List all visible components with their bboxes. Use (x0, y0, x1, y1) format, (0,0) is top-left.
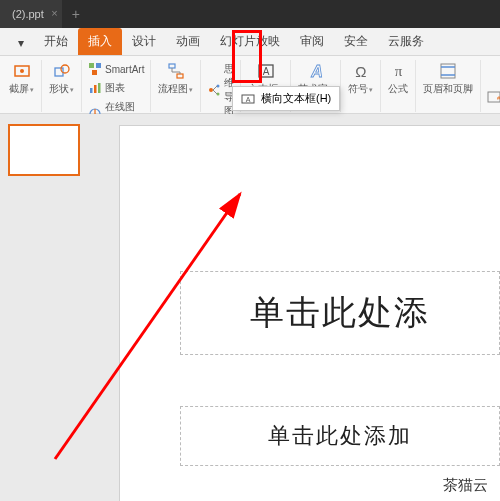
slide-thumbnail-1[interactable] (8, 124, 80, 176)
titlebar: (2).ppt × + (0, 0, 500, 28)
mindmap-icon (207, 83, 221, 97)
wordart-icon: A (307, 62, 325, 80)
document-tab[interactable]: (2).ppt × (0, 0, 62, 28)
svg-point-13 (209, 88, 213, 92)
omega-icon: Ω (352, 62, 370, 80)
slide-thumbnails (0, 114, 90, 501)
tab-home[interactable]: 开始 (34, 28, 78, 55)
svg-rect-7 (90, 88, 93, 93)
flowchart-button[interactable]: 流程图 (153, 60, 198, 98)
tab-animation[interactable]: 动画 (166, 28, 210, 55)
headerfooter-button[interactable]: 页眉和页脚 (418, 60, 478, 98)
workspace: 单击此处添 单击此处添加 (0, 114, 500, 501)
textbox-dropdown[interactable]: A 横向文本框(H) (232, 86, 340, 111)
svg-rect-12 (177, 74, 183, 78)
svg-text:A: A (263, 66, 270, 77)
svg-text:A: A (310, 63, 323, 80)
screenshot-button[interactable]: 截屏 (4, 60, 39, 98)
smartart-button[interactable]: SmartArt (84, 60, 148, 78)
watermark: 茶猫云 (443, 476, 488, 495)
svg-rect-9 (98, 83, 101, 93)
svg-rect-22 (441, 64, 455, 78)
slidenum-icon: # (487, 90, 500, 104)
svg-point-1 (20, 69, 24, 73)
screenshot-icon (13, 62, 31, 80)
symbol-button[interactable]: Ω 符号 (343, 60, 378, 98)
new-tab-button[interactable]: + (62, 6, 90, 22)
tab-design[interactable]: 设计 (122, 28, 166, 55)
tab-cloud[interactable]: 云服务 (378, 28, 434, 55)
svg-rect-6 (92, 70, 97, 75)
equation-button[interactable]: π 公式 (383, 60, 413, 98)
svg-rect-5 (96, 63, 101, 68)
shapes-icon (53, 62, 71, 80)
flowchart-icon (167, 62, 185, 80)
svg-rect-8 (94, 85, 97, 93)
chart-icon (88, 81, 102, 95)
ribbon-tabs: ▾ 开始 插入 设计 动画 幻灯片放映 审阅 安全 云服务 (0, 28, 500, 56)
shapes-button[interactable]: 形状 (44, 60, 79, 98)
tab-slideshow[interactable]: 幻灯片放映 (210, 28, 290, 55)
smartart-icon (88, 62, 102, 76)
pi-icon: π (389, 62, 407, 80)
file-menu[interactable]: ▾ (8, 31, 34, 55)
svg-text:A: A (246, 96, 251, 103)
horiz-textbox-label: 横向文本框(H) (261, 91, 331, 106)
tab-insert[interactable]: 插入 (78, 28, 122, 55)
close-icon[interactable]: × (51, 7, 57, 19)
svg-rect-11 (169, 64, 175, 68)
title-placeholder[interactable]: 单击此处添 (180, 271, 500, 355)
chart-button[interactable]: 图表 (84, 79, 148, 97)
tab-security[interactable]: 安全 (334, 28, 378, 55)
tab-filename: (2).ppt (12, 8, 44, 20)
textbox-icon: A (257, 62, 275, 80)
slide-canvas[interactable]: 单击此处添 单击此处添加 (120, 126, 500, 501)
horiz-textbox-icon: A (241, 92, 255, 106)
headerfooter-icon (439, 62, 457, 80)
svg-rect-4 (89, 63, 94, 68)
tab-review[interactable]: 审阅 (290, 28, 334, 55)
svg-point-3 (61, 65, 69, 73)
subtitle-placeholder[interactable]: 单击此处添加 (180, 406, 500, 466)
